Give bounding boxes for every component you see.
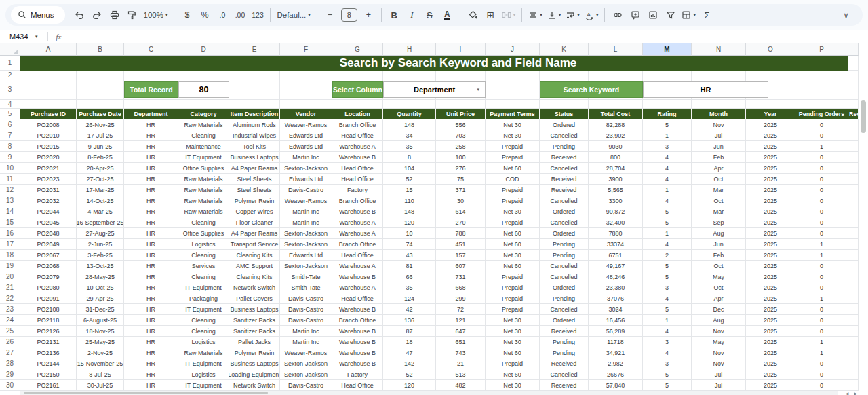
horizontal-scrollbar-thumb[interactable] <box>24 392 268 394</box>
row-header-21[interactable]: 21 <box>0 282 20 293</box>
table-cell-partial[interactable] <box>848 326 859 337</box>
table-cell[interactable]: Sexton-Jackson <box>280 239 332 250</box>
row-header-14[interactable]: 14 <box>0 206 20 217</box>
table-cell[interactable]: Raw Materials <box>178 206 229 217</box>
table-cell[interactable]: Cancelled <box>540 195 589 206</box>
table-cell[interactable]: Transport Service <box>229 239 280 250</box>
table-cell[interactable]: 10-Oct-25 <box>77 282 124 293</box>
table-cell[interactable]: Branch Office <box>332 195 383 206</box>
table-cell[interactable]: 0 <box>795 358 848 369</box>
table-cell[interactable]: Sexton-Jackson <box>280 261 332 271</box>
table-cell[interactable]: HR <box>124 337 178 347</box>
row-header-26[interactable]: 26 <box>0 337 20 347</box>
table-cell[interactable]: Industrial Wipes <box>229 130 280 141</box>
cell[interactable] <box>124 100 178 109</box>
table-cell[interactable]: 0 <box>795 152 848 163</box>
table-cell-partial[interactable] <box>848 271 859 282</box>
table-cell[interactable]: Raw Materials <box>178 174 229 185</box>
table-cell[interactable]: 0 <box>795 304 848 315</box>
table-cell[interactable]: 4 <box>643 347 692 358</box>
table-cell[interactable]: HR <box>124 293 178 304</box>
table-cell[interactable]: 2025 <box>746 315 795 326</box>
table-cell[interactable]: 13-Oct-25 <box>77 261 124 271</box>
table-cell[interactable]: 703 <box>436 130 486 141</box>
column-header-E[interactable]: E <box>229 43 280 56</box>
row-header-4[interactable]: 4 <box>0 100 20 109</box>
table-cell[interactable]: Net 30 <box>486 315 540 326</box>
table-cell[interactable]: PO2067 <box>20 250 77 261</box>
redo-button[interactable] <box>89 6 106 24</box>
table-cell[interactable]: 75 <box>436 174 486 185</box>
table-cell[interactable]: 30 <box>436 195 486 206</box>
table-cell[interactable]: Office Supplies <box>178 163 229 174</box>
row-header-13[interactable]: 13 <box>0 195 20 206</box>
table-cell-partial[interactable] <box>848 217 859 228</box>
table-cell[interactable]: 82,288 <box>589 119 643 130</box>
table-cell[interactable]: 2025 <box>746 250 795 261</box>
table-cell[interactable]: Martin Inc <box>280 206 332 217</box>
table-cell[interactable]: 0 <box>795 130 848 141</box>
table-cell[interactable]: Jul <box>692 380 746 391</box>
zoom-control[interactable]: 100% ▾ <box>142 6 170 24</box>
table-cell[interactable]: Pending <box>540 141 589 152</box>
table-cell[interactable]: Network Switch <box>229 282 280 293</box>
table-cell[interactable]: 2 <box>643 250 692 261</box>
table-cell[interactable]: Sanitizer Packs <box>229 326 280 337</box>
table-cell[interactable]: 5 <box>643 369 692 380</box>
table-cell[interactable]: 23,902 <box>589 130 643 141</box>
table-cell[interactable]: 21 <box>436 358 486 369</box>
table-cell[interactable]: 0 <box>795 369 848 380</box>
scroll-right-icon[interactable]: ▶ <box>854 391 857 395</box>
cell[interactable] <box>436 100 486 109</box>
table-cell[interactable]: Warehouse B <box>332 347 383 358</box>
table-cell[interactable]: Net 60 <box>486 369 540 380</box>
cell[interactable] <box>848 100 859 109</box>
table-cell[interactable]: Warehouse A <box>332 228 383 239</box>
table-cell[interactable]: 27-Oct-25 <box>77 174 124 185</box>
table-header-cell[interactable]: Unit Price <box>436 109 486 119</box>
table-cell[interactable]: PO2161 <box>20 380 77 391</box>
table-cell[interactable]: HR <box>124 185 178 195</box>
table-cell[interactable]: Prepaid <box>486 358 540 369</box>
table-cell[interactable]: Feb <box>692 250 746 261</box>
table-cell[interactable]: 2025 <box>746 206 795 217</box>
fill-color-button[interactable] <box>465 6 481 24</box>
format-percent-button[interactable]: % <box>196 6 213 24</box>
table-cell[interactable]: PO2049 <box>20 239 77 250</box>
table-cell-partial[interactable] <box>848 163 859 174</box>
table-cell[interactable]: 9030 <box>589 141 643 152</box>
table-cell[interactable]: Network Switch <box>229 380 280 391</box>
table-header-cell[interactable]: Quantity <box>383 109 436 119</box>
cell[interactable] <box>332 71 383 79</box>
table-cell[interactable]: 2025 <box>746 185 795 195</box>
table-cell[interactable]: PO2048 <box>20 228 77 239</box>
print-button[interactable] <box>106 6 123 24</box>
table-cell[interactable]: 743 <box>436 347 486 358</box>
row-header-3[interactable]: 3 <box>0 79 20 100</box>
table-cell[interactable]: 18 <box>383 337 436 347</box>
table-cell[interactable]: 4 <box>643 293 692 304</box>
table-cell[interactable]: Branch Office <box>332 239 383 250</box>
table-header-cell[interactable]: Department <box>124 109 178 119</box>
table-cell[interactable]: Prepaid <box>486 271 540 282</box>
functions-button[interactable]: Σ <box>698 6 715 24</box>
table-cell[interactable]: Edwards Ltd <box>280 130 332 141</box>
table-cell[interactable]: Logistics <box>178 369 229 380</box>
table-cell-partial[interactable] <box>848 261 859 271</box>
column-header-M[interactable]: M <box>643 43 692 56</box>
table-cell[interactable]: Floor Cleaner <box>229 217 280 228</box>
table-cell[interactable]: Pending <box>540 250 589 261</box>
table-cell[interactable]: HR <box>124 261 178 271</box>
table-cell[interactable]: 42 <box>383 304 436 315</box>
table-cell[interactable]: 43 <box>383 250 436 261</box>
table-cell[interactable]: 26-Nov-25 <box>77 119 124 130</box>
insert-comment-button[interactable] <box>627 6 644 24</box>
cell[interactable] <box>795 71 848 79</box>
cell[interactable] <box>486 71 540 79</box>
cell[interactable] <box>436 71 486 79</box>
column-header-D[interactable]: D <box>178 43 229 56</box>
insert-chart-button[interactable] <box>644 6 661 24</box>
table-cell[interactable]: PO2045 <box>20 217 77 228</box>
table-cell[interactable]: 35 <box>383 141 436 152</box>
table-cell-partial[interactable] <box>848 119 859 130</box>
